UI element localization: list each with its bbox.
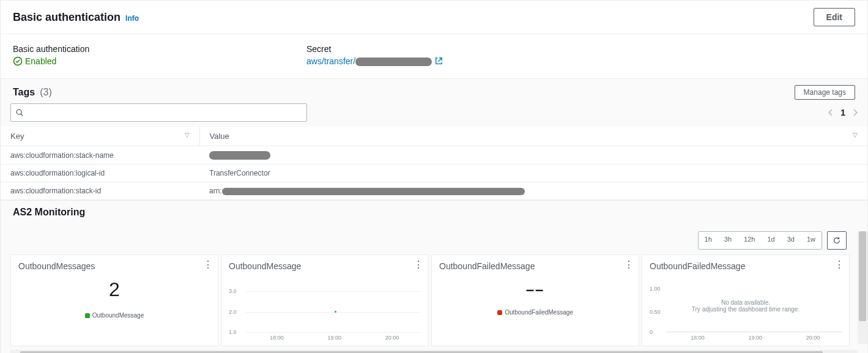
tag-value: arn: xyxy=(199,182,867,200)
range-1w[interactable]: 1w xyxy=(801,232,822,249)
charts-row: OutboundMessages ⋮ 2 OutboundMessage Out… xyxy=(10,255,858,346)
refresh-button[interactable] xyxy=(827,231,847,250)
pager-next-icon[interactable] xyxy=(853,109,858,116)
auth-status-text: Enabled xyxy=(25,56,56,66)
range-1d[interactable]: 1d xyxy=(761,232,781,249)
edit-button[interactable]: Edit xyxy=(814,8,855,26)
basic-auth-title: Basic authentication xyxy=(13,11,121,24)
search-icon xyxy=(15,108,24,117)
chart-menu-icon[interactable]: ⋮ xyxy=(624,260,634,270)
svg-point-1 xyxy=(17,110,21,114)
external-link-icon[interactable] xyxy=(434,57,443,65)
chart-title: OutboundFailedMessage xyxy=(439,261,631,271)
tags-search-input[interactable] xyxy=(10,103,307,122)
secret-link-row: aws/transfer/ xyxy=(306,56,600,66)
refresh-icon xyxy=(833,236,841,245)
horizontal-scrollbar[interactable]: ◀ ▶ xyxy=(10,350,858,353)
tags-header: Tags (3) Manage tags xyxy=(1,79,867,103)
table-row: aws:cloudformation:logical-id TransferCo… xyxy=(1,165,867,182)
chart-legend: OutboundFailedMessage xyxy=(439,309,631,316)
chart-plot-area: 3.0 2.0 1.0 18:00 19:00 20:00 xyxy=(229,283,421,341)
chart-title: OutboundMessage xyxy=(229,261,421,271)
tags-search-row: 1 xyxy=(1,103,867,127)
chart-outbound-failed-number: OutboundFailedMessage ⋮ –– OutboundFaile… xyxy=(431,255,639,346)
tags-table: Key ▽ Value ▽ aws:cloudformation:stack-n… xyxy=(1,127,867,200)
redacted-value xyxy=(209,151,270,160)
chart-outbound-messages-number: OutboundMessages ⋮ 2 OutboundMessage xyxy=(10,255,218,346)
basic-auth-body: Basic authentication Enabled Secret aws/… xyxy=(1,34,867,78)
pager-prev-icon[interactable] xyxy=(828,109,833,116)
chart-menu-icon[interactable]: ⋮ xyxy=(834,260,844,270)
tag-key: aws:cloudformation:logical-id xyxy=(1,165,199,182)
chart-value: –– xyxy=(439,281,631,298)
sort-icon[interactable]: ▽ xyxy=(853,132,858,138)
range-3h[interactable]: 3h xyxy=(718,232,738,249)
monitoring-title: AS2 Monitoring xyxy=(1,200,867,224)
chart-legend: OutboundMessage xyxy=(18,312,210,319)
redacted-value xyxy=(222,188,525,195)
legend-label: OutboundFailedMessage xyxy=(505,309,573,316)
range-1h[interactable]: 1h xyxy=(699,232,718,249)
redacted-secret-name xyxy=(355,58,432,66)
time-range-picker[interactable]: 1h 3h 12h 1d 3d 1w xyxy=(698,231,822,250)
tag-key: aws:cloudformation:stack-name xyxy=(1,146,199,165)
auth-status-label: Basic authentication xyxy=(13,44,306,54)
manage-tags-button[interactable]: Manage tags xyxy=(795,85,855,100)
tags-pager: 1 xyxy=(828,108,858,117)
check-circle-icon xyxy=(13,56,23,66)
chart-outbound-message-line: OutboundMessage ⋮ 3.0 2.0 1.0 18:00 19:0… xyxy=(221,255,429,346)
chart-menu-icon[interactable]: ⋮ xyxy=(203,260,213,270)
chart-title: OutboundFailedMessage xyxy=(650,261,842,271)
col-value[interactable]: Value ▽ xyxy=(199,127,867,146)
info-link[interactable]: Info xyxy=(125,14,139,23)
range-12h[interactable]: 12h xyxy=(738,232,761,249)
auth-secret-col: Secret aws/transfer/ xyxy=(306,44,600,66)
table-row: aws:cloudformation:stack-name xyxy=(1,146,867,165)
basic-auth-header: Basic authentication Info Edit xyxy=(1,1,867,34)
time-toolbar: 1h 3h 12h 1d 3d 1w xyxy=(10,231,858,250)
legend-label: OutboundMessage xyxy=(92,312,144,319)
tags-panel: Tags (3) Manage tags 1 xyxy=(0,79,868,353)
chart-outbound-failed-line: OutboundFailedMessage ⋮ 1.00 0.50 0 No d… xyxy=(642,255,850,346)
range-3d[interactable]: 3d xyxy=(781,232,801,249)
chart-value: 2 xyxy=(18,278,210,301)
tags-count: (3) xyxy=(40,87,52,98)
secret-link[interactable]: aws/transfer/ xyxy=(306,56,432,66)
legend-swatch-icon xyxy=(497,310,502,315)
vertical-scrollbar[interactable] xyxy=(858,231,867,344)
tags-title: Tags xyxy=(13,87,35,98)
tags-search-box xyxy=(10,103,307,122)
chart-menu-icon[interactable]: ⋮ xyxy=(414,260,423,270)
pager-current: 1 xyxy=(840,108,845,117)
no-data-message: No data available. Try adjusting the das… xyxy=(692,299,799,313)
chart-plot-area: 1.00 0.50 0 No data available. Try adjus… xyxy=(650,283,842,341)
tag-value xyxy=(199,146,867,165)
basic-auth-panel: Basic authentication Info Edit Basic aut… xyxy=(0,0,868,79)
tag-key: aws:cloudformation:stack-id xyxy=(1,182,199,200)
tag-value: TransferConnector xyxy=(199,165,867,182)
data-point xyxy=(335,311,336,313)
auth-status-col: Basic authentication Enabled xyxy=(13,44,306,66)
chart-title: OutboundMessages xyxy=(18,261,210,271)
secret-label: Secret xyxy=(306,44,600,54)
table-row: aws:cloudformation:stack-id arn: xyxy=(1,182,867,200)
legend-swatch-icon xyxy=(85,313,90,318)
monitoring-body: 1h 3h 12h 1d 3d 1w OutboundMessages xyxy=(1,224,867,353)
sort-icon[interactable]: ▽ xyxy=(185,132,190,138)
auth-status-value: Enabled xyxy=(13,56,306,66)
col-key[interactable]: Key ▽ xyxy=(1,127,199,146)
